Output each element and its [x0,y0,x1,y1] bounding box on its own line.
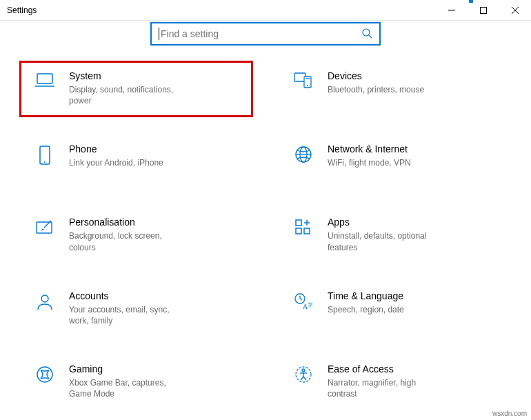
tile-text: Network & Internet WiFi, flight mode, VP… [328,143,503,168]
svg-text:字: 字 [308,302,313,308]
globe-icon [292,145,315,164]
tile-accounts[interactable]: Accounts Your accounts, email, sync, wor… [21,282,252,336]
tile-desc: WiFi, flight mode, VPN [328,157,445,168]
tile-desc: Speech, region, date [328,304,445,315]
account-icon [33,292,57,311]
tile-title: System [69,70,245,81]
text-caret [159,28,159,40]
content-area: System Display, sound, notifications, po… [0,22,531,420]
svg-rect-19 [296,220,301,226]
svg-line-36 [303,377,306,380]
tile-text: Devices Bluetooth, printers, mouse [328,70,503,95]
tile-title: Apps [328,217,503,228]
tile-desc: Display, sound, notifications, power [69,84,186,106]
tile-desc: Uninstall, defaults, optional features [328,230,445,252]
tile-ease-of-access[interactable]: Ease of Access Narrator, magnifier, high… [279,355,510,409]
tile-system[interactable]: System Display, sound, notifications, po… [21,62,252,116]
settings-grid: System Display, sound, notifications, po… [0,62,531,420]
svg-point-10 [307,85,308,86]
tile-apps[interactable]: Apps Uninstall, defaults, optional featu… [279,208,510,262]
search-icon [361,28,372,41]
svg-rect-20 [296,228,301,234]
tile-time-language[interactable]: A 字 Time & Language Speech, region, date [279,282,510,336]
svg-line-35 [301,377,303,380]
close-button[interactable] [499,0,531,20]
tile-title: Personalisation [69,217,245,228]
maximize-icon [480,7,487,14]
watermark: wsxdn.com [492,410,527,417]
apps-icon [292,218,315,237]
svg-rect-6 [37,74,52,83]
phone-icon [33,145,57,166]
tile-title: Time & Language [328,290,503,301]
tile-desc: Your accounts, email, sync, work, family [69,304,186,326]
svg-line-27 [300,299,302,300]
tile-devices[interactable]: Devices Bluetooth, printers, mouse [279,62,510,116]
tile-text: Gaming Xbox Game Bar, captures, Game Mod… [69,363,245,399]
minimize-icon [448,7,455,14]
tile-personalisation[interactable]: Personalisation Background, lock screen,… [21,208,252,262]
gaming-icon [33,365,57,384]
svg-point-13 [44,161,46,163]
tile-text: Accounts Your accounts, email, sync, wor… [69,290,245,326]
search-wrap [0,22,531,46]
tile-desc: Xbox Game Bar, captures, Game Mode [69,377,186,399]
svg-line-5 [369,35,372,38]
tile-text: Time & Language Speech, region, date [328,290,503,315]
ease-of-access-icon [292,365,315,384]
close-icon [512,7,519,14]
tile-title: Network & Internet [328,143,503,154]
svg-point-32 [302,369,305,372]
tile-title: Gaming [69,363,245,374]
tile-text: Apps Uninstall, defaults, optional featu… [328,217,503,252]
tile-desc: Bluetooth, printers, mouse [328,84,445,95]
personalise-icon [33,218,57,236]
tile-desc: Background, lock screen, colours [69,230,186,252]
window-title: Settings [7,6,37,15]
search-box[interactable] [150,22,381,46]
search-input[interactable] [161,28,361,39]
svg-point-4 [363,29,370,36]
svg-rect-21 [304,228,310,234]
tile-text: Phone Link your Android, iPhone [69,143,245,168]
svg-point-30 [37,367,52,382]
tile-desc: Link your Android, iPhone [69,157,186,168]
tile-title: Ease of Access [328,363,503,374]
accent-bar [469,0,473,3]
tile-gaming[interactable]: Gaming Xbox Game Bar, captures, Game Mod… [21,355,252,409]
svg-rect-1 [481,7,487,13]
maximize-button[interactable] [468,0,499,20]
tile-text: Ease of Access Narrator, magnifier, high… [328,363,503,399]
minimize-button[interactable] [436,0,468,20]
tile-desc: Narrator, magnifier, high contrast [328,377,445,399]
tile-title: Devices [328,70,503,81]
tile-network[interactable]: Network & Internet WiFi, flight mode, VP… [279,135,510,189]
svg-point-24 [41,295,48,302]
laptop-icon [33,72,57,88]
titlebar: Settings [0,0,531,21]
titlebar-controls [436,0,531,20]
tile-text: System Display, sound, notifications, po… [69,70,245,106]
tile-title: Phone [69,143,245,154]
tile-title: Accounts [69,290,245,301]
tile-text: Personalisation Background, lock screen,… [69,217,245,252]
devices-icon [292,72,315,90]
time-language-icon: A 字 [292,292,315,311]
tile-phone[interactable]: Phone Link your Android, iPhone [21,135,252,189]
